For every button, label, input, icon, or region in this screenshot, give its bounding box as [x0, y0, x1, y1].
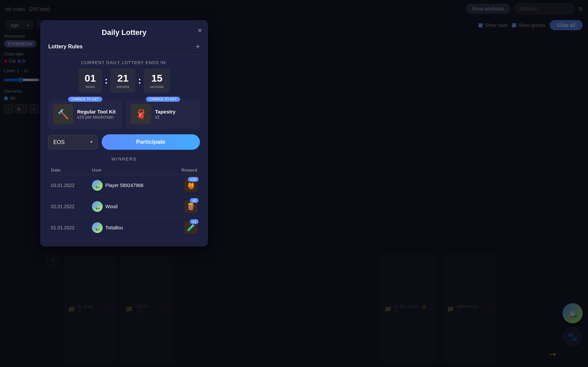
- countdown-row: 01 hours : 21 minutes : 15 seconds: [48, 68, 200, 93]
- prize-info-toolkit: Regular Tool Kit x25 per blockchain: [77, 109, 117, 120]
- modal-close-button[interactable]: ×: [198, 26, 202, 35]
- countdown-hours: 01 hours: [78, 68, 102, 93]
- winner-avatar: 🦡: [92, 180, 103, 191]
- minutes-unit: minutes: [116, 85, 129, 89]
- modal-overlay: × Daily Lottery Lottery Rules + CURRENT …: [0, 0, 588, 367]
- winners-table: Date User Reward 03.01.2022 🦡 Player 589…: [48, 166, 200, 238]
- winner-row: 02.01.2022 🦡 Wood 🪵 x5: [48, 196, 200, 217]
- winner-avatar: 🦡: [92, 222, 103, 233]
- winner-username: Player 589247966: [105, 183, 144, 188]
- winner-row: 01.01.2022 🦡 Tottallou 🧪 x1: [48, 217, 200, 238]
- col-user: User: [89, 166, 170, 175]
- lottery-rules-header: Lottery Rules +: [48, 42, 200, 55]
- winner-user-cell: 🦡 Player 589247966: [89, 175, 170, 196]
- winner-date: 01.01.2022: [48, 217, 89, 238]
- winner-user-cell: 🦡 Wood: [89, 196, 170, 217]
- chance-badge-toolkit: CHANCE TO GET: [68, 97, 102, 102]
- daily-lottery-modal: × Daily Lottery Lottery Rules + CURRENT …: [40, 20, 208, 246]
- participate-button[interactable]: Participate: [102, 134, 200, 150]
- lottery-rules-plus[interactable]: +: [196, 42, 200, 51]
- winners-title: WINNERS: [48, 156, 200, 162]
- chance-badge-tapestry: CHANCE TO GET: [146, 97, 180, 102]
- prize-info-tapestry: Tapestry x2: [155, 109, 195, 120]
- winner-row: 03.01.2022 🦡 Player 589247966 🍯 x10: [48, 175, 200, 196]
- hours-unit: hours: [85, 85, 96, 89]
- col-reward: Reward: [170, 166, 200, 175]
- winner-date: 03.01.2022: [48, 175, 89, 196]
- modal-title: Daily Lottery: [48, 28, 200, 37]
- seconds-value: 15: [150, 73, 164, 84]
- winner-avatar: 🦡: [92, 201, 103, 212]
- prize-qty-toolkit: x25 per blockchain: [77, 114, 117, 120]
- winner-date: 02.01.2022: [48, 196, 89, 217]
- countdown-seconds: 15 seconds: [144, 68, 170, 93]
- countdown-sep-2: :: [138, 75, 141, 86]
- reward-count: x10: [188, 177, 199, 182]
- prize-qty-tapestry: x2: [155, 114, 195, 120]
- winner-reward-cell: 🧪 x1: [170, 217, 200, 238]
- reward-count: x5: [190, 198, 199, 203]
- prize-name-tapestry: Tapestry: [155, 109, 195, 114]
- minutes-value: 21: [116, 73, 129, 84]
- hours-value: 01: [85, 73, 96, 84]
- winner-user-cell: 🦡 Tottallou: [89, 217, 170, 238]
- prize-card-tapestry: CHANCE TO GET 🧣 Tapestry x2: [126, 99, 200, 129]
- lottery-rules-title: Lottery Rules: [48, 44, 83, 50]
- reward-count: x1: [190, 219, 199, 224]
- winner-reward-cell: 🪵 x5: [170, 196, 200, 217]
- countdown-minutes: 21 minutes: [110, 68, 136, 93]
- winner-username: Wood: [105, 204, 117, 209]
- participate-row: EOS ETHEREUM HECO Participate: [48, 134, 200, 150]
- countdown-sep-1: :: [105, 75, 108, 86]
- winners-table-header: Date User Reward: [48, 166, 200, 175]
- winner-username: Tottallou: [105, 225, 123, 230]
- prize-img-tapestry: 🧣: [131, 104, 151, 124]
- blockchain-select-wrapper: EOS ETHEREUM HECO: [48, 135, 98, 149]
- prize-row: CHANCE TO GET 🔨 Regular Tool Kit x25 per…: [48, 99, 200, 129]
- seconds-unit: seconds: [150, 85, 164, 89]
- countdown-label: CURRENT DAILY LOTTERY ENDS IN:: [48, 60, 200, 65]
- col-date: Date: [48, 166, 89, 175]
- blockchain-select[interactable]: EOS ETHEREUM HECO: [48, 135, 98, 149]
- prize-name-toolkit: Regular Tool Kit: [77, 109, 117, 114]
- prize-img-toolkit: 🔨: [53, 104, 73, 124]
- winner-reward-cell: 🍯 x10: [170, 175, 200, 196]
- prize-card-toolkit: CHANCE TO GET 🔨 Regular Tool Kit x25 per…: [48, 99, 122, 129]
